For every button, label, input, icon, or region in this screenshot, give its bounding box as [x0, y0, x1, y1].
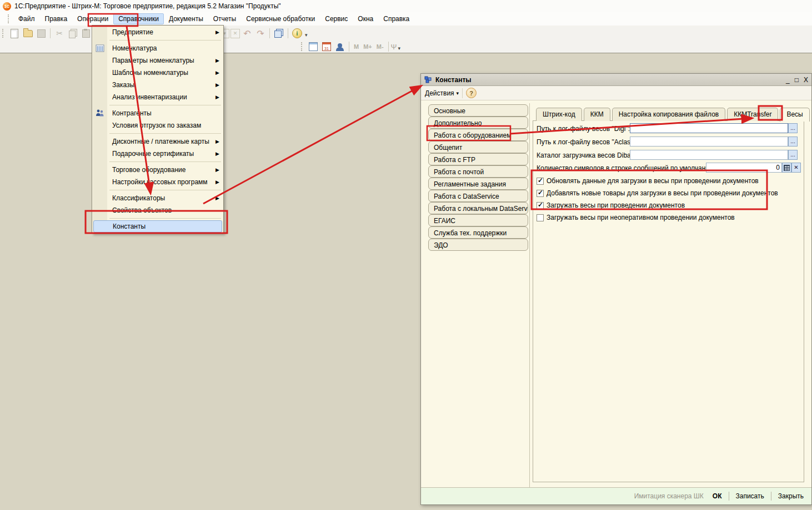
- toolbar-separator: [50, 28, 51, 38]
- cut-button[interactable]: ✂: [53, 28, 66, 39]
- scanner-imitation-button[interactable]: Имитация сканера ШК: [632, 491, 706, 501]
- info-button[interactable]: i: [291, 28, 303, 39]
- menubar-item-service[interactable]: Сервис: [320, 13, 353, 24]
- browse-button[interactable]: ...: [788, 150, 798, 160]
- tab-label: ККМ: [590, 110, 604, 118]
- memory-minus-button[interactable]: M-: [374, 43, 386, 50]
- clear-search-button[interactable]: ✕: [230, 29, 240, 38]
- toolbar-grip-icon[interactable]: [2, 29, 5, 38]
- memory-button[interactable]: M: [352, 43, 361, 50]
- menu-item-cash-program-settings[interactable]: Настройки кассовых программ▶: [92, 176, 223, 188]
- dialog-titlebar[interactable]: Константы _ □ X: [421, 74, 811, 86]
- menu-item-discount-cards[interactable]: Дисконтные / платежные карты▶: [92, 135, 223, 148]
- checkbox-icon[interactable]: [537, 178, 544, 185]
- menu-item-counterparties[interactable]: Контрагенты: [92, 107, 223, 119]
- menu-item-inventory-analysis[interactable]: Анализ инвентаризации▶: [92, 91, 223, 103]
- tab-file-copy-settings[interactable]: Настройка копирования файлов: [612, 108, 726, 121]
- tab-kkmtransfer[interactable]: ККМTransfer: [727, 108, 778, 121]
- menu-item-classifiers[interactable]: Классификаторы▶: [92, 192, 223, 204]
- toolbar-overflow-arrow-icon[interactable]: ▾: [398, 46, 400, 51]
- digi-log-path-input[interactable]: [630, 123, 788, 133]
- tab-kkm[interactable]: ККМ: [584, 108, 610, 121]
- left-tab-edo[interactable]: ЭДО: [428, 239, 528, 251]
- actions-arrow-icon[interactable]: ▾: [457, 90, 459, 96]
- message-chars-count-input[interactable]: [706, 163, 782, 173]
- menubar-item-references[interactable]: Справочники: [113, 13, 164, 24]
- aclas-log-path-row: Путь к лог-файлу весов "Aclas":: [537, 137, 635, 148]
- checkbox-icon[interactable]: [537, 202, 544, 209]
- menu-item-enterprise[interactable]: Предприятие▶: [92, 26, 223, 38]
- close-icon[interactable]: X: [804, 76, 808, 84]
- service-settings-icon[interactable]: Ψ: [391, 43, 397, 51]
- find-next-icon: ↷: [257, 28, 264, 39]
- close-button[interactable]: Закрыть: [776, 491, 806, 501]
- left-tab-egais[interactable]: ЕГАИС: [428, 214, 528, 226]
- panel-splitter[interactable]: [529, 103, 530, 487]
- write-button[interactable]: Записать: [734, 491, 766, 501]
- menu-item-object-properties[interactable]: Свойства объектов: [92, 204, 223, 216]
- menubar-item-documents[interactable]: Документы: [164, 13, 208, 24]
- menubar-item-file[interactable]: Файл: [13, 13, 40, 24]
- checkbox-icon[interactable]: [537, 190, 544, 197]
- calculator-button[interactable]: [307, 41, 319, 53]
- left-tab-mail[interactable]: Работа с почтой: [428, 165, 528, 178]
- menu-item-shipment-terms[interactable]: Условия отгрузок по заказам: [92, 119, 223, 132]
- menu-item-nomenclature-params[interactable]: Параметры номенклатуры▶: [92, 54, 223, 67]
- memory-plus-button[interactable]: M+: [361, 43, 374, 50]
- checkbox-load-scales-nonoperative[interactable]: Загружать весы при неоперативном проведе…: [537, 213, 735, 222]
- menubar-item-operations[interactable]: Операции: [72, 13, 113, 24]
- maximize-icon[interactable]: □: [795, 76, 799, 84]
- tab-barcode[interactable]: Штрих-код: [536, 108, 582, 121]
- user-permissions-button[interactable]: [334, 41, 346, 53]
- menubar-item-service-processings[interactable]: Сервисные обработки: [241, 13, 320, 24]
- copy-button[interactable]: [67, 28, 79, 39]
- left-tab-main[interactable]: Основные: [428, 104, 528, 117]
- left-tab-equipment[interactable]: Работа с оборудованием: [428, 129, 528, 141]
- menu-item-nomenclature[interactable]: Номенклатура: [92, 42, 223, 54]
- menu-item-constants[interactable]: Константы: [93, 220, 222, 233]
- minimize-icon[interactable]: _: [786, 76, 790, 84]
- menu-item-label: Шаблоны номенклатуры: [112, 69, 188, 77]
- left-tab-additional[interactable]: Дополнительно: [428, 117, 528, 129]
- toolbar-grip-icon[interactable]: [8, 14, 11, 23]
- submenu-arrow-icon: ▶: [215, 54, 219, 67]
- checkbox-load-scales-on-posting[interactable]: Загружать весы при проведении документов: [537, 201, 685, 210]
- paste-button[interactable]: [80, 28, 92, 39]
- calculator-button[interactable]: [782, 163, 791, 173]
- menu-item-nomenclature-templates[interactable]: Шаблоны номенклатуры▶: [92, 67, 223, 79]
- menu-item-trade-equipment[interactable]: Торговое оборудование▶: [92, 164, 223, 176]
- browse-button[interactable]: ...: [788, 137, 798, 147]
- clear-button[interactable]: ✕: [791, 163, 801, 173]
- left-tab-local-dataservice[interactable]: Работа с локальным DataService: [428, 202, 528, 214]
- new-document-button[interactable]: [8, 28, 21, 39]
- menu-item-orders[interactable]: Заказы▶: [92, 79, 223, 91]
- left-tab-catering[interactable]: Общепит: [428, 141, 528, 153]
- checkbox-add-new-goods[interactable]: Добавлять новые товары для загрузки в ве…: [537, 189, 778, 198]
- actions-button[interactable]: Действия: [425, 89, 454, 97]
- windows-button[interactable]: [273, 28, 285, 39]
- dibal-loader-dir-input[interactable]: [630, 150, 788, 160]
- calendar-button[interactable]: 31: [320, 41, 333, 53]
- left-tab-tech-support[interactable]: Служба тех. поддержки: [428, 226, 528, 239]
- ok-button[interactable]: ОК: [710, 491, 724, 501]
- menubar-item-reports[interactable]: Отчеты: [208, 13, 241, 24]
- menubar-item-windows[interactable]: Окна: [353, 13, 378, 24]
- find-previous-button[interactable]: ↶: [241, 28, 253, 39]
- menubar-item-help[interactable]: Справка: [378, 13, 414, 24]
- save-button[interactable]: [35, 28, 47, 39]
- left-tab-ftp[interactable]: Работа с FTP: [428, 153, 528, 165]
- aclas-log-path-input[interactable]: [630, 137, 788, 147]
- menubar-item-edit[interactable]: Правка: [40, 13, 73, 24]
- toolbar-overflow-arrow-icon[interactable]: ▾: [305, 32, 308, 38]
- left-tab-dataservice[interactable]: Работа с DataService: [428, 190, 528, 202]
- checkbox-update-scales-data[interactable]: Обновлять данные для загрузки в весы при…: [537, 176, 759, 185]
- open-button[interactable]: [22, 28, 34, 39]
- browse-button[interactable]: ...: [788, 123, 798, 133]
- tab-scales[interactable]: Весы: [780, 108, 809, 122]
- find-next-button[interactable]: ↷: [254, 28, 267, 39]
- help-button[interactable]: ?: [466, 88, 477, 98]
- menu-item-gift-certificates[interactable]: Подарочные сертификаты▶: [92, 148, 223, 160]
- checkbox-icon[interactable]: [537, 214, 544, 221]
- left-tab-scheduled-tasks[interactable]: Регламентные задания: [428, 178, 528, 190]
- toolbar-grip-icon[interactable]: [301, 42, 304, 51]
